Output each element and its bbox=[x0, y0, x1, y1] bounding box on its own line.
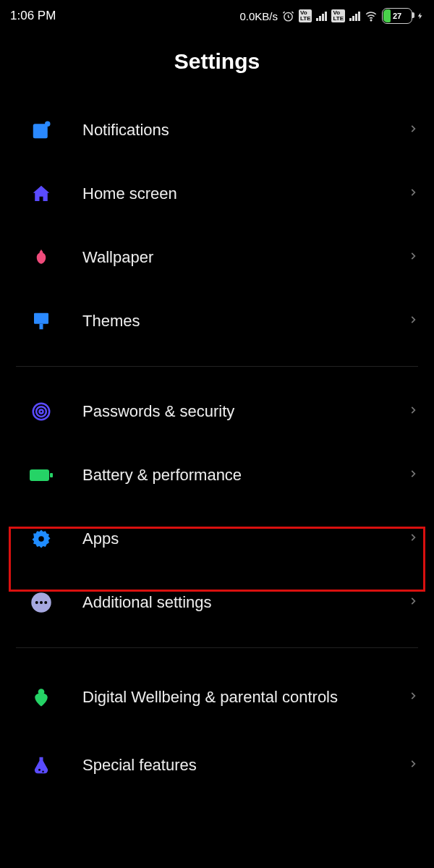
row-wallpaper[interactable]: Wallpaper bbox=[0, 226, 434, 289]
svg-point-13 bbox=[35, 601, 38, 604]
home-icon bbox=[27, 183, 55, 205]
chevron-right-icon bbox=[408, 594, 418, 611]
row-label: Home screen bbox=[82, 184, 408, 204]
row-label: Passwords & security bbox=[82, 401, 408, 422]
chevron-right-icon bbox=[408, 312, 418, 330]
wifi-icon bbox=[365, 9, 378, 22]
wallpaper-icon bbox=[27, 247, 55, 268]
status-right: 0.0KB/s VoLTE VoLTE 27 bbox=[239, 8, 424, 24]
chevron-right-icon bbox=[408, 403, 418, 420]
settings-screen: 1:06 PM 0.0KB/s VoLTE VoLTE 27 Settings bbox=[0, 0, 434, 868]
row-digital-wellbeing[interactable]: Digital Wellbeing & parental controls bbox=[0, 661, 434, 733]
chevron-right-icon bbox=[408, 689, 418, 706]
fingerprint-icon bbox=[27, 401, 55, 422]
battery-icon bbox=[27, 467, 55, 483]
chevron-right-icon bbox=[408, 122, 418, 139]
svg-point-14 bbox=[40, 601, 43, 604]
row-passwords-security[interactable]: Passwords & security bbox=[0, 380, 434, 443]
volte-badge-2: VoLTE bbox=[331, 9, 345, 22]
themes-icon bbox=[27, 310, 55, 332]
signal-icon-2 bbox=[349, 11, 360, 21]
row-label: Additional settings bbox=[82, 592, 408, 613]
settings-list: Notifications Home screen Wallpaper Them… bbox=[0, 98, 434, 797]
chevron-right-icon bbox=[408, 185, 418, 203]
row-battery-performance[interactable]: Battery & performance bbox=[0, 443, 434, 507]
battery-indicator: 27 bbox=[382, 8, 412, 24]
status-bar: 1:06 PM 0.0KB/s VoLTE VoLTE 27 bbox=[0, 0, 434, 29]
row-label: Special features bbox=[82, 755, 408, 775]
row-home-screen[interactable]: Home screen bbox=[0, 162, 434, 226]
svg-rect-5 bbox=[40, 324, 43, 330]
row-additional-settings[interactable]: Additional settings bbox=[0, 571, 434, 634]
svg-rect-4 bbox=[34, 313, 48, 324]
row-label: Themes bbox=[82, 311, 408, 331]
row-label: Digital Wellbeing & parental controls bbox=[82, 687, 408, 707]
chevron-right-icon bbox=[408, 530, 418, 548]
more-icon bbox=[27, 592, 55, 613]
row-themes[interactable]: Themes bbox=[0, 289, 434, 353]
signal-icon-1 bbox=[316, 11, 327, 21]
svg-point-11 bbox=[38, 536, 44, 542]
svg-point-7 bbox=[36, 407, 46, 417]
svg-point-3 bbox=[45, 122, 51, 127]
alarm-icon bbox=[282, 10, 294, 22]
divider bbox=[16, 647, 418, 648]
svg-rect-9 bbox=[30, 469, 49, 481]
chevron-right-icon bbox=[408, 757, 418, 774]
svg-rect-2 bbox=[33, 124, 48, 138]
row-special-features[interactable]: Special features bbox=[0, 733, 434, 797]
row-notifications[interactable]: Notifications bbox=[0, 98, 434, 162]
divider bbox=[16, 366, 418, 367]
row-apps[interactable]: Apps bbox=[0, 507, 434, 571]
flask-icon bbox=[27, 754, 55, 776]
status-time: 1:06 PM bbox=[10, 9, 56, 23]
battery-percent: 27 bbox=[383, 12, 412, 20]
charging-icon bbox=[417, 10, 424, 22]
page-title: Settings bbox=[0, 49, 434, 74]
volte-badge-1: VoLTE bbox=[299, 9, 312, 22]
svg-point-17 bbox=[38, 769, 41, 771]
svg-point-8 bbox=[40, 410, 43, 414]
svg-point-18 bbox=[42, 771, 44, 773]
svg-rect-10 bbox=[50, 473, 53, 477]
svg-point-1 bbox=[370, 20, 372, 21]
gear-icon bbox=[27, 528, 55, 550]
status-net-speed: 0.0KB/s bbox=[239, 10, 278, 22]
chevron-right-icon bbox=[408, 467, 418, 484]
svg-point-15 bbox=[44, 601, 47, 604]
notifications-icon bbox=[27, 119, 55, 141]
row-label: Battery & performance bbox=[82, 465, 408, 485]
heart-icon bbox=[27, 686, 55, 708]
row-label: Apps bbox=[82, 529, 408, 549]
chevron-right-icon bbox=[408, 249, 418, 266]
row-label: Wallpaper bbox=[82, 247, 408, 268]
row-label: Notifications bbox=[82, 120, 408, 140]
